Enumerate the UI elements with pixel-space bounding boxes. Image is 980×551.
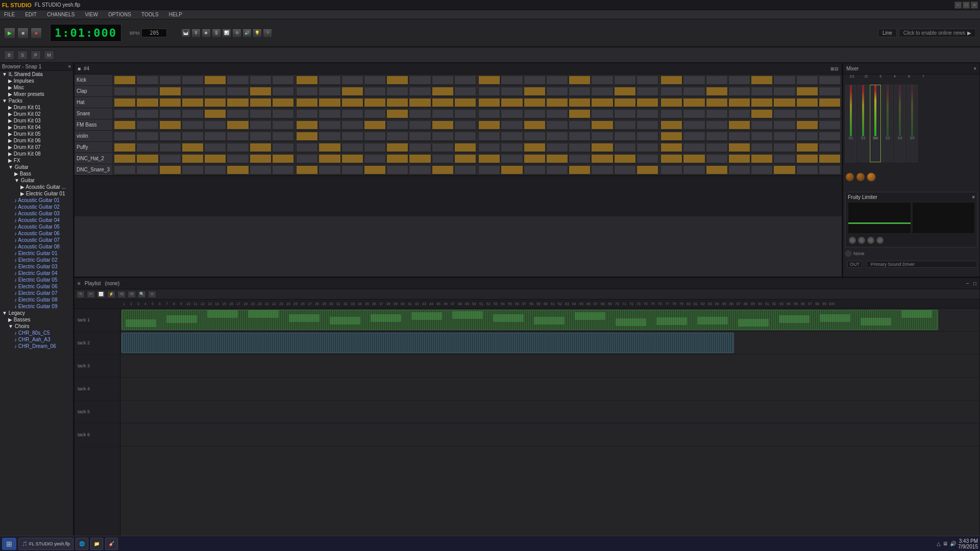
icon-btn-4[interactable]: 🎛 [212,29,221,38]
seq-step-btn[interactable] [250,154,272,163]
seq-step-btn[interactable] [432,132,454,141]
browser-item[interactable]: ▶ Drum Kit 08 [0,151,73,157]
browser-item[interactable]: ♪ Electric Guitar 08 [0,296,73,303]
browser-item[interactable]: ▶ Acoustic Guitar ... [0,184,73,190]
browser-item[interactable]: ▼ Legacy [0,310,73,316]
browser-item[interactable]: ▼ Choirs [0,323,73,330]
seq-step-btn[interactable] [250,165,272,174]
seq-step-btn[interactable] [454,109,476,118]
mixer-channel-send1[interactable]: S1 [845,85,856,162]
mixer-channel-selected[interactable]: Sel [870,85,881,162]
seq-step-btn[interactable] [182,87,204,96]
seq-step-btn[interactable] [386,98,408,107]
browser-item[interactable]: ▶ Drum Kit 06 [0,137,73,144]
seq-step-btn[interactable] [591,120,613,130]
seq-step-btn[interactable] [182,98,204,107]
menu-edit[interactable]: EDIT [23,12,39,17]
browser-item[interactable]: ▶ Bass [0,170,73,177]
seq-step-btn[interactable] [546,109,568,118]
seq-step-btn[interactable] [341,109,363,118]
track-row[interactable] [120,378,979,400]
browser-item[interactable]: ♪ Electric Guitar 05 [0,277,73,283]
toolbar-btn-4[interactable]: M [44,51,54,60]
seq-step-btn[interactable] [796,98,818,107]
menu-file[interactable]: FILE [2,12,17,17]
seq-step-btn[interactable] [636,132,658,141]
seq-step-btn[interactable] [272,165,294,174]
seq-step-btn[interactable] [478,154,500,163]
seq-step-btn[interactable] [364,120,386,130]
seq-step-btn[interactable] [706,120,728,130]
seq-step-btn[interactable] [569,76,591,85]
seq-row-label[interactable]: Clap [75,86,113,96]
browser-item[interactable]: ▶ Electric Guitar 01 [0,190,73,197]
browser-item[interactable]: ▶ Basses [0,316,73,323]
seq-step-btn[interactable] [204,76,226,85]
browser-item[interactable]: ▶ Drum Kit 05 [0,131,73,137]
taskbar-app[interactable]: 🎸 [105,538,118,550]
icon-btn-3[interactable]: ⏺ [202,29,211,38]
seq-row-label[interactable]: violin [75,131,113,141]
browser-item[interactable]: ♪ Acoustic Guitar 08 [0,243,73,250]
limiter-knob-4[interactable] [876,237,884,244]
seq-step-btn[interactable] [227,120,249,130]
seq-step-btn[interactable] [660,109,682,118]
seq-step-btn[interactable] [432,143,454,152]
seq-step-btn[interactable] [773,87,795,96]
browser-item[interactable]: ▼ IL Shared Data [0,71,73,78]
seq-step-btn[interactable] [569,120,591,130]
seq-step-btn[interactable] [728,132,750,141]
seq-step-btn[interactable] [318,120,340,130]
seq-row-label[interactable]: DNC_Snare_3 [75,164,113,175]
seq-step-btn[interactable] [386,76,408,85]
seq-step-btn[interactable] [773,76,795,85]
mixer-channel-send2[interactable]: S2 [857,85,869,162]
toolbar-btn-2[interactable]: S [17,51,28,60]
maximize-button[interactable]: □ [963,2,970,9]
seq-step-btn[interactable] [728,154,750,163]
seq-step-btn[interactable] [728,165,750,174]
taskbar-flstudio[interactable]: 🎵 FL STUDIO yesh.flp [18,538,74,550]
seq-step-btn[interactable] [636,165,658,174]
pl-tool-8[interactable]: ≡ [148,291,156,298]
send-knob-3[interactable] [867,172,876,182]
browser-item[interactable]: ♪ Acoustic Guitar 07 [0,237,73,243]
browser-item[interactable]: ♪ CHR_80s_C5 [0,330,73,336]
browser-close[interactable]: × [68,64,71,69]
seq-step-btn[interactable] [660,132,682,141]
seq-step-btn[interactable] [796,120,818,130]
seq-step-btn[interactable] [569,143,591,152]
seq-step-btn[interactable] [683,154,705,163]
seq-step-btn[interactable] [569,109,591,118]
seq-step-btn[interactable] [432,87,454,96]
browser-item[interactable]: ♪ Acoustic Guitar 06 [0,230,73,237]
browser-item[interactable]: ♪ CHR_Dream_06 [0,343,73,349]
seq-step-btn[interactable] [819,120,841,130]
seq-step-btn[interactable] [227,154,249,163]
seq-step-btn[interactable] [409,76,431,85]
track-row[interactable] [120,400,979,423]
menu-channels[interactable]: CHANNELS [45,12,77,17]
track-row[interactable] [120,423,979,446]
icon-btn-5[interactable]: 📊 [222,29,231,38]
seq-step-btn[interactable] [159,120,181,130]
icon-btn-9[interactable]: ? [263,29,272,38]
seq-step-btn[interactable] [569,98,591,107]
seq-step-btn[interactable] [182,143,204,152]
browser-item[interactable]: ▶ Misc [0,84,73,91]
start-button[interactable]: ⊞ [2,538,16,550]
seq-step-btn[interactable] [341,76,363,85]
seq-step-btn[interactable] [660,98,682,107]
seq-step-btn[interactable] [136,154,158,163]
seq-step-btn[interactable] [227,87,249,96]
icon-btn-1[interactable]: 🎹 [181,29,190,38]
seq-step-btn[interactable] [546,76,568,85]
seq-step-btn[interactable] [614,87,636,96]
seq-step-btn[interactable] [796,109,818,118]
seq-step-btn[interactable] [796,132,818,141]
seq-step-btn[interactable] [591,165,613,174]
seq-step-btn[interactable] [182,120,204,130]
mixer-channel-send4[interactable]: S4 [894,85,905,162]
seq-step-btn[interactable] [636,109,658,118]
seq-step-btn[interactable] [728,143,750,152]
